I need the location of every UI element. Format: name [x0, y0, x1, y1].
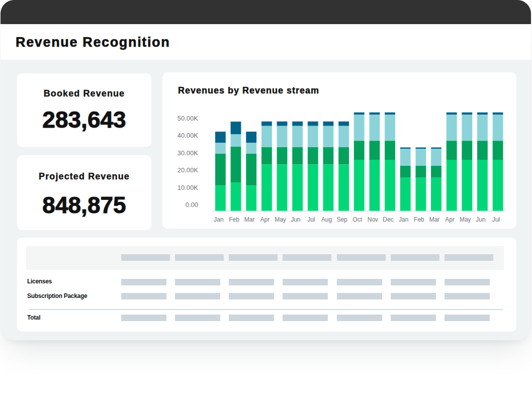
svg-text:Jun: Jun	[291, 216, 300, 223]
svg-text:50.00K: 50.00K	[178, 115, 199, 122]
svg-text:May: May	[275, 216, 286, 223]
svg-text:Jun: Jun	[476, 216, 485, 223]
svg-text:Jul: Jul	[492, 216, 500, 223]
svg-text:Oct: Oct	[352, 216, 362, 223]
svg-text:Aug: Aug	[321, 216, 332, 223]
svg-text:40.00K: 40.00K	[178, 132, 199, 139]
svg-text:May: May	[460, 216, 471, 223]
svg-text:10.00K: 10.00K	[178, 184, 199, 191]
svg-text:Sep: Sep	[336, 216, 347, 223]
svg-text:Mar: Mar	[244, 216, 255, 223]
svg-text:Apr: Apr	[260, 216, 270, 223]
svg-text:Feb: Feb	[414, 216, 424, 223]
svg-text:Nov: Nov	[368, 216, 378, 223]
svg-text:30.00K: 30.00K	[178, 149, 199, 157]
svg-text:Jan: Jan	[214, 216, 223, 223]
svg-text:Feb: Feb	[229, 216, 239, 223]
svg-text:Apr: Apr	[445, 216, 455, 223]
svg-text:20.00K: 20.00K	[178, 166, 199, 174]
svg-text:Jul: Jul	[307, 216, 315, 223]
svg-text:Jan: Jan	[399, 216, 408, 223]
svg-text:Mar: Mar	[429, 216, 440, 223]
svg-text:0.00: 0.00	[186, 201, 198, 209]
svg-text:Dec: Dec	[383, 216, 393, 223]
